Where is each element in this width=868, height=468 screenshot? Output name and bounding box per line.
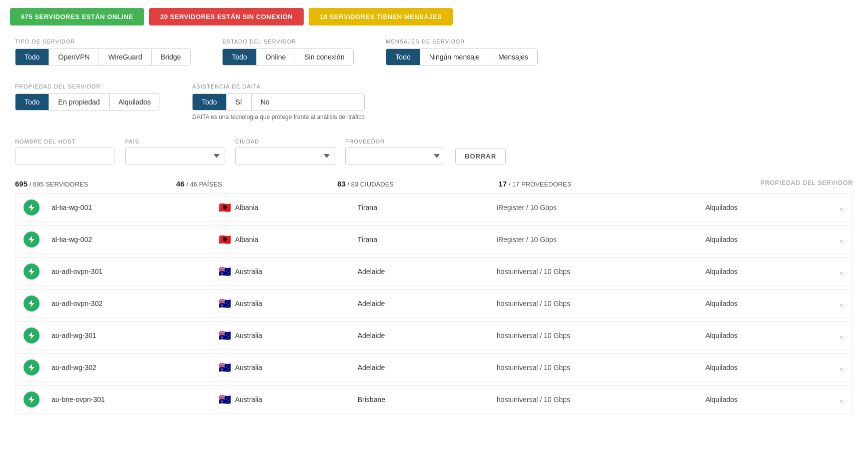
server-provider: hostuniversal / 10 Gbps <box>497 332 705 340</box>
server-messages-btn-group: Todo Ningún mensaje Mensajes <box>386 48 537 66</box>
bolt-icon <box>27 203 36 212</box>
server-status-label: ESTADO DEL SERVIDOR <box>222 38 354 44</box>
ownership-value: Alquilados <box>705 236 738 244</box>
country-label: PAÍS <box>125 138 225 144</box>
ownership-value: Alquilados <box>705 300 738 308</box>
server-ownership: Alquilados ⌄ <box>705 364 844 372</box>
server-ownership: Alquilados ⌄ <box>705 300 844 308</box>
server-name: au-adl-wg-302 <box>52 364 219 372</box>
table-row: au-adl-ovpn-301 🇦🇺 Australia Adelaide ho… <box>15 257 853 286</box>
city-field: CIUDAD <box>235 138 335 164</box>
server-messages-mensajes[interactable]: Mensajes <box>489 49 537 65</box>
server-type-bridge[interactable]: Bridge <box>152 49 190 65</box>
chevron-down-icon[interactable]: ⌄ <box>838 396 844 404</box>
table-row: au-bne-ovpn-301 🇦🇺 Australia Brisbane ho… <box>15 385 853 414</box>
daita-no[interactable]: No <box>252 94 279 110</box>
chevron-down-icon[interactable]: ⌄ <box>838 268 844 276</box>
server-status-icon <box>24 296 40 312</box>
stat-countries: 46 / 46 PAÍSES <box>176 180 337 188</box>
server-status-icon <box>24 200 40 216</box>
online-servers-button[interactable]: 675 SERVIDORES ESTÁN ONLINE <box>10 8 144 26</box>
server-type-filter: TIPO DE SERVIDOR Todo OpenVPN WireGuard … <box>15 38 191 66</box>
server-country: 🇦🇱 Albania <box>219 234 358 246</box>
country-name: Australia <box>235 300 262 308</box>
daita-btn-group: Todo Sí No <box>192 94 365 110</box>
daita-filter: ASISTENCIA DE DAITA Todo Sí No DAITA es … <box>192 84 365 120</box>
stat-ownership-label: PROPIEDAD DEL SERVIDOR <box>659 180 853 188</box>
server-provider: hostuniversal / 10 Gbps <box>497 300 705 308</box>
chevron-down-icon[interactable]: ⌄ <box>838 236 844 244</box>
server-type-wireguard[interactable]: WireGuard <box>99 49 152 65</box>
server-name: al-tia-wg-002 <box>52 236 219 244</box>
server-city: Adelaide <box>358 332 497 340</box>
server-status-btn-group: Todo Online Sin conexión <box>222 48 354 66</box>
server-country: 🇦🇺 Australia <box>219 330 358 342</box>
server-ownership-btn-group: Todo En propiedad Alquilados <box>15 94 160 110</box>
country-name: Australia <box>235 268 262 276</box>
provider-label: PROVEEDOR <box>345 138 445 144</box>
country-name: Australia <box>235 332 262 340</box>
daita-todo[interactable]: Todo <box>193 94 226 110</box>
server-messages-filter: MENSAJES DE SERVIDOR Todo Ningún mensaje… <box>386 38 537 66</box>
chevron-down-icon[interactable]: ⌄ <box>838 204 844 212</box>
server-city: Tirana <box>358 236 497 244</box>
server-provider: iRegister / 10 Gbps <box>497 236 705 244</box>
server-messages-ninguno[interactable]: Ningún mensaje <box>420 49 489 65</box>
country-flag: 🇦🇺 <box>219 298 231 310</box>
ownership-value: Alquilados <box>705 396 738 404</box>
server-city: Adelaide <box>358 268 497 276</box>
city-label: CIUDAD <box>235 138 335 144</box>
filters-section: TIPO DE SERVIDOR Todo OpenVPN WireGuard … <box>0 34 868 78</box>
chevron-down-icon[interactable]: ⌄ <box>838 332 844 340</box>
chevron-down-icon[interactable]: ⌄ <box>838 300 844 308</box>
server-status-icon <box>24 328 40 344</box>
server-provider: hostuniversal / 10 Gbps <box>497 396 705 404</box>
offline-servers-button[interactable]: 20 SERVIDORES ESTÁN SIN CONEXIÓN <box>149 8 304 26</box>
daita-si[interactable]: Sí <box>227 94 252 110</box>
server-type-openvpn[interactable]: OpenVPN <box>49 49 99 65</box>
hostname-input[interactable] <box>15 148 115 164</box>
server-ownership: Alquilados ⌄ <box>705 396 844 404</box>
server-messages-label: MENSAJES DE SERVIDOR <box>386 38 537 44</box>
ownership-en-propiedad[interactable]: En propiedad <box>49 94 109 110</box>
country-flag: 🇦🇺 <box>219 266 231 278</box>
server-status-todo[interactable]: Todo <box>223 49 256 65</box>
stat-servers: 695 / 695 SERVIDORES <box>15 180 176 188</box>
server-name: au-adl-wg-301 <box>52 332 219 340</box>
bolt-icon <box>27 235 36 244</box>
server-type-btn-group: Todo OpenVPN WireGuard Bridge <box>15 48 191 66</box>
server-ownership: Alquilados ⌄ <box>705 236 844 244</box>
table-row: au-adl-wg-301 🇦🇺 Australia Adelaide host… <box>15 321 853 350</box>
chevron-down-icon[interactable]: ⌄ <box>838 364 844 372</box>
server-name: au-bne-ovpn-301 <box>52 396 219 404</box>
table-row: al-tia-wg-001 🇦🇱 Albania Tirana iRegiste… <box>15 193 853 222</box>
server-type-todo[interactable]: Todo <box>16 49 49 65</box>
country-select[interactable] <box>125 148 225 164</box>
country-name: Australia <box>235 396 262 404</box>
server-status-sin-conexion[interactable]: Sin conexión <box>295 49 353 65</box>
ownership-value: Alquilados <box>705 204 738 212</box>
provider-select[interactable] <box>345 148 445 164</box>
server-messages-todo[interactable]: Todo <box>386 49 420 65</box>
clear-button[interactable]: BORRAR <box>455 148 506 164</box>
server-city: Adelaide <box>358 364 497 372</box>
ownership-todo[interactable]: Todo <box>16 94 49 110</box>
city-select[interactable] <box>235 148 335 164</box>
ownership-alquilados[interactable]: Alquilados <box>110 94 160 110</box>
country-flag: 🇦🇱 <box>219 234 231 246</box>
server-ownership-label: PROPIEDAD DEL SERVIDOR <box>15 84 160 90</box>
message-servers-button[interactable]: 18 SERVIDORES TIENEN MENSAJES <box>309 8 453 26</box>
country-name: Australia <box>235 364 262 372</box>
country-flag: 🇦🇺 <box>219 362 231 374</box>
stats-row: 695 / 695 SERVIDORES 46 / 46 PAÍSES 83 /… <box>0 174 868 193</box>
server-status-online[interactable]: Online <box>257 49 295 65</box>
bolt-icon <box>27 331 36 340</box>
table-row: au-adl-wg-302 🇦🇺 Australia Adelaide host… <box>15 353 853 382</box>
bolt-icon <box>27 363 36 372</box>
server-status-filter: ESTADO DEL SERVIDOR Todo Online Sin cone… <box>222 38 354 66</box>
server-table: al-tia-wg-001 🇦🇱 Albania Tirana iRegiste… <box>0 193 868 414</box>
bolt-icon <box>27 299 36 308</box>
server-provider: hostuniversal / 10 Gbps <box>497 364 705 372</box>
country-flag: 🇦🇺 <box>219 394 231 406</box>
country-flag: 🇦🇱 <box>219 202 231 214</box>
